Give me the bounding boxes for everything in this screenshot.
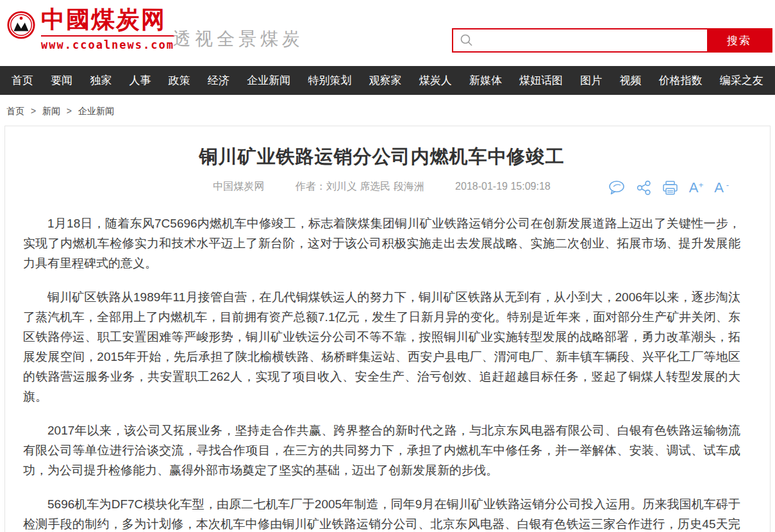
article-container: 铜川矿业铁路运销分公司内燃机车中修竣工 中国煤炭网 作者：刘川义 席选民 段海洲… [4,126,771,532]
nav-item-qiye-xinwen[interactable]: 企业新闻 [247,73,290,88]
site-tagline: 透视全景煤炭 [173,27,304,51]
nav-item-jiage-zhishu[interactable]: 价格指数 [659,73,703,88]
breadcrumb-enterprise-news[interactable]: 企业新闻 [78,106,114,116]
site-url: www.ccoalnews.com [41,35,174,51]
font-increase-button[interactable]: A+ [689,181,704,195]
breadcrumb-news[interactable]: 新闻 [42,106,60,116]
article-paragraph: 2017年以来，该公司又拓展业务，坚持走合作共赢、跨界整合的新时代之路，与北京东… [23,420,740,480]
site-name: 中國煤炭网 [41,5,174,33]
main-nav: 首页 要闻 独家 人事 政策 经济 企业新闻 特别策划 观察家 煤炭人 新媒体 … [0,66,775,95]
nav-item-tupian[interactable]: 图片 [580,73,602,88]
article-toolbar: A+ A- [608,180,729,195]
nav-item-meiniu-huatu[interactable]: 煤妞话图 [519,73,563,88]
nav-item-shipin[interactable]: 视频 [619,73,641,88]
breadcrumb-separator: > [31,106,36,116]
site-header: 中國煤炭网 www.ccoalnews.com 透视全景煤炭 搜索 [0,0,775,66]
font-decrease-label: A [714,181,724,195]
breadcrumb-separator: > [67,106,72,116]
search-input[interactable] [480,29,707,51]
share-icon[interactable] [637,180,651,195]
font-decrease-button[interactable]: A- [714,181,729,195]
nav-item-tebie-cehua[interactable]: 特别策划 [308,73,351,88]
search-bar: 搜索 [452,28,772,53]
breadcrumb: 首页 > 新闻 > 企业新闻 [6,106,775,117]
article-source: 中国煤炭网 [213,181,264,192]
article-datetime: 2018-01-19 15:09:18 [455,181,551,192]
nav-item-biancai-zhiyou[interactable]: 编采之友 [720,73,763,88]
comment-icon[interactable] [608,180,626,195]
font-increase-label: A [689,181,699,195]
search-button[interactable]: 搜索 [707,29,771,51]
nav-item-home[interactable]: 首页 [12,73,33,88]
article-paragraph: 铜川矿区铁路从1989年11月接管自营，在几代铜煤铁运人的努力下，铜川矿区铁路从… [23,287,740,406]
coal-mountain-logo-icon [6,10,36,40]
nav-item-jingji[interactable]: 经济 [208,73,229,88]
nav-item-renshi[interactable]: 人事 [129,73,151,88]
nav-item-meitanren[interactable]: 煤炭人 [419,73,452,88]
article-paragraph: 5696机车为DF7C模块化车型，由原二七机车厂于2005年制造，同年9月在铜川… [23,494,740,532]
article-title: 铜川矿业铁路运销分公司内燃机车中修竣工 [23,144,740,170]
article-paragraph: 1月18日，随着东风7C5696内燃机车中修竣工，标志着陕煤集团铜川矿业铁路运销… [23,213,740,273]
site-logo[interactable]: 中國煤炭网 www.ccoalnews.com [6,5,174,51]
print-icon[interactable] [662,180,678,195]
nav-item-xinmeiti[interactable]: 新媒体 [469,73,502,88]
nav-item-yaowen[interactable]: 要闻 [51,73,72,88]
plus-icon: + [699,178,704,192]
nav-item-dujia[interactable]: 独家 [90,73,112,88]
minus-icon: - [726,178,729,192]
nav-item-guanchajia[interactable]: 观察家 [369,73,402,88]
search-icon [453,29,480,51]
nav-item-zhengce[interactable]: 政策 [169,73,190,88]
article-meta: 中国煤炭网 作者：刘川义 席选民 段海洲 2018-01-19 15:09:18 [23,180,740,199]
breadcrumb-home[interactable]: 首页 [6,106,24,116]
article-authors: 作者：刘川义 席选民 段海洲 [296,181,424,192]
